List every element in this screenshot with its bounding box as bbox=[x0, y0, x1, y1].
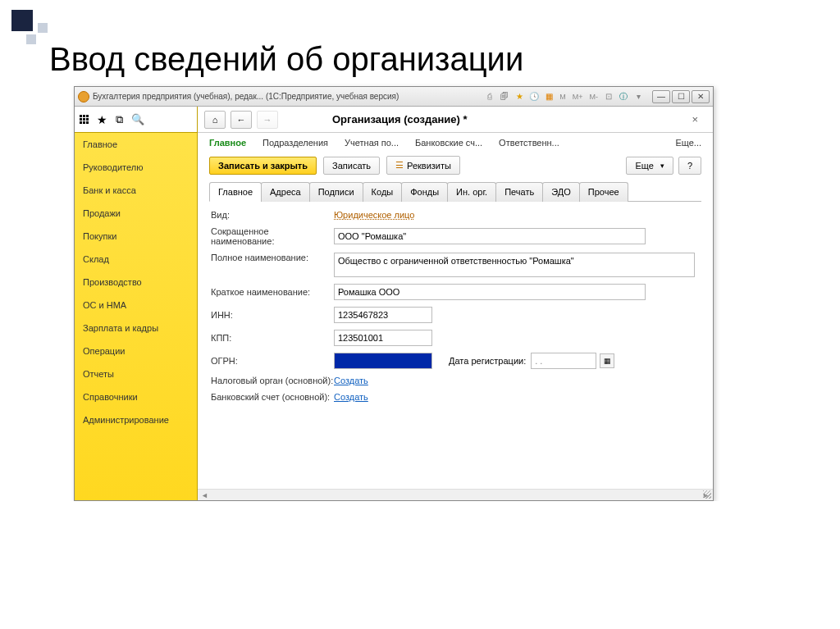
brief-name-label: Краткое наименование: bbox=[211, 287, 334, 297]
create-tax-link[interactable]: Создать bbox=[334, 376, 368, 385]
sidebar-item-bank[interactable]: Банк и касса bbox=[75, 179, 197, 202]
form-tab-other[interactable]: Прочее bbox=[579, 182, 628, 202]
sidebar-item-admin[interactable]: Администрирование bbox=[75, 408, 197, 431]
calendar-icon[interactable]: ▦ bbox=[600, 353, 614, 368]
form-tab-codes[interactable]: Коды bbox=[363, 182, 403, 202]
form-tab-print[interactable]: Печать bbox=[495, 182, 543, 202]
bank-account-label: Банковский счет (основной): bbox=[211, 392, 334, 402]
full-name-label: Полное наименование: bbox=[211, 253, 334, 262]
dropdown-icon[interactable]: ▾ bbox=[632, 91, 644, 103]
sidebar-item-payroll[interactable]: Зарплата и кадры bbox=[75, 317, 197, 340]
sidebar-top-toolbar: ★ ⧉ 🔍 bbox=[75, 107, 197, 133]
tab-more[interactable]: Еще... bbox=[675, 138, 701, 148]
help-button[interactable]: ? bbox=[678, 157, 701, 175]
toolbar: Записать и закрыть Записать ☰Реквизиты Е… bbox=[198, 153, 713, 181]
form-tab-edo[interactable]: ЭДО bbox=[542, 182, 580, 202]
tab-main[interactable]: Главное bbox=[209, 138, 246, 148]
form-tab-signatures[interactable]: Подписи bbox=[309, 182, 363, 202]
section-tabs: Главное Подразделения Учетная по... Банк… bbox=[198, 133, 713, 153]
forward-button[interactable]: → bbox=[257, 111, 278, 129]
form-tab-addresses[interactable]: Адреса bbox=[261, 182, 310, 202]
reg-date-input[interactable]: . . bbox=[531, 353, 596, 369]
titlebar: Бухгалтерия предприятия (учебная), редак… bbox=[75, 87, 713, 107]
sidebar-item-reports[interactable]: Отчеты bbox=[75, 362, 197, 385]
short-name-input[interactable] bbox=[334, 228, 646, 244]
search-icon[interactable]: 🔍 bbox=[131, 113, 144, 125]
maximize-button[interactable]: ☐ bbox=[672, 90, 690, 103]
star-icon[interactable]: ★ bbox=[514, 91, 525, 103]
sidebar-item-sales[interactable]: Продажи bbox=[75, 202, 197, 225]
sidebar-item-operations[interactable]: Операции bbox=[75, 340, 197, 362]
history-icon[interactable]: ⧉ bbox=[116, 113, 123, 126]
favorites-icon[interactable]: ★ bbox=[97, 113, 107, 126]
slide-title: Ввод сведений об организации bbox=[49, 41, 840, 78]
sidebar-item-directories[interactable]: Справочники bbox=[75, 385, 197, 408]
full-name-input[interactable]: Общество с ограниченной ответственностью… bbox=[334, 253, 695, 277]
sidebar: ★ ⧉ 🔍 Главное Руководителю Банк и касса … bbox=[75, 107, 198, 500]
more-button[interactable]: Еще bbox=[626, 157, 673, 175]
sidebar-item-production[interactable]: Производство bbox=[75, 271, 197, 294]
m-plus-button[interactable]: M+ bbox=[571, 93, 585, 101]
resize-grip[interactable] bbox=[703, 490, 711, 499]
form-tabs: Главное Адреса Подписи Коды Фонды Ин. ор… bbox=[209, 181, 701, 202]
save-button[interactable]: Записать bbox=[323, 157, 380, 175]
vid-value[interactable]: Юридическое лицо bbox=[334, 210, 414, 220]
kpp-label: КПП: bbox=[211, 333, 334, 343]
tax-authority-label: Налоговый орган (основной): bbox=[211, 376, 334, 385]
form-body: Вид: Юридическое лицо Сокращенное наимен… bbox=[198, 202, 713, 489]
brief-name-input[interactable] bbox=[334, 284, 646, 300]
details-button[interactable]: ☰Реквизиты bbox=[386, 156, 460, 175]
m-minus-button[interactable]: M- bbox=[588, 93, 600, 101]
back-button[interactable]: ← bbox=[231, 111, 252, 129]
tab-responsible[interactable]: Ответственн... bbox=[499, 138, 559, 148]
kpp-input[interactable] bbox=[334, 330, 432, 346]
save-close-button[interactable]: Записать и закрыть bbox=[209, 157, 317, 175]
minimize-button[interactable]: — bbox=[652, 90, 670, 103]
m-button[interactable]: M bbox=[558, 93, 568, 101]
sidebar-item-warehouse[interactable]: Склад bbox=[75, 248, 197, 271]
create-bank-link[interactable]: Создать bbox=[334, 392, 368, 402]
ogrn-input[interactable] bbox=[334, 353, 432, 369]
list-icon: ☰ bbox=[395, 160, 404, 171]
inn-label: ИНН: bbox=[211, 310, 334, 320]
form-tab-foreign[interactable]: Ин. орг. bbox=[447, 182, 496, 202]
vid-label: Вид: bbox=[211, 210, 334, 220]
tool-icon[interactable]: 🗐 bbox=[499, 91, 510, 103]
form-tab-main[interactable]: Главное bbox=[209, 182, 262, 202]
window-title: Бухгалтерия предприятия (учебная), редак… bbox=[93, 92, 399, 101]
short-name-label: Сокращенное наименование: bbox=[211, 226, 334, 246]
zoom-icon[interactable]: ⊡ bbox=[603, 91, 614, 103]
sidebar-item-manager[interactable]: Руководителю bbox=[75, 156, 197, 179]
horizontal-scrollbar[interactable]: ◄ ► bbox=[198, 489, 713, 500]
close-tab-icon[interactable]: × bbox=[692, 113, 698, 125]
page-title: Организация (создание) * bbox=[332, 113, 468, 125]
print-icon[interactable]: ⎙ bbox=[484, 91, 495, 103]
ogrn-label: ОГРН: bbox=[211, 356, 334, 366]
calc-icon[interactable]: ▦ bbox=[543, 91, 555, 103]
main-area: ⌂ ← → Организация (создание) * × Главное… bbox=[198, 107, 713, 500]
scroll-left-icon[interactable]: ◄ bbox=[201, 491, 208, 499]
sidebar-item-assets[interactable]: ОС и НМА bbox=[75, 294, 197, 317]
sidebar-item-main[interactable]: Главное bbox=[75, 133, 197, 156]
main-nav: ⌂ ← → Организация (создание) * × bbox=[198, 107, 713, 133]
slide-decoration bbox=[11, 10, 48, 33]
app-window: Бухгалтерия предприятия (учебная), редак… bbox=[74, 86, 714, 501]
app-icon bbox=[78, 91, 89, 103]
home-button[interactable]: ⌂ bbox=[204, 111, 226, 129]
tab-bank-accounts[interactable]: Банковские сч... bbox=[415, 138, 482, 148]
sections-icon[interactable] bbox=[80, 115, 89, 124]
close-button[interactable]: ✕ bbox=[692, 90, 710, 103]
clock-icon[interactable]: 🕓 bbox=[528, 91, 540, 103]
tab-accounting[interactable]: Учетная по... bbox=[345, 138, 399, 148]
inn-input[interactable] bbox=[334, 307, 432, 323]
sidebar-item-purchases[interactable]: Покупки bbox=[75, 225, 197, 248]
form-tab-funds[interactable]: Фонды bbox=[401, 182, 448, 202]
info-icon[interactable]: ⓘ bbox=[618, 91, 629, 103]
tab-divisions[interactable]: Подразделения bbox=[262, 138, 328, 148]
reg-date-label: Дата регистрации: bbox=[449, 356, 526, 366]
